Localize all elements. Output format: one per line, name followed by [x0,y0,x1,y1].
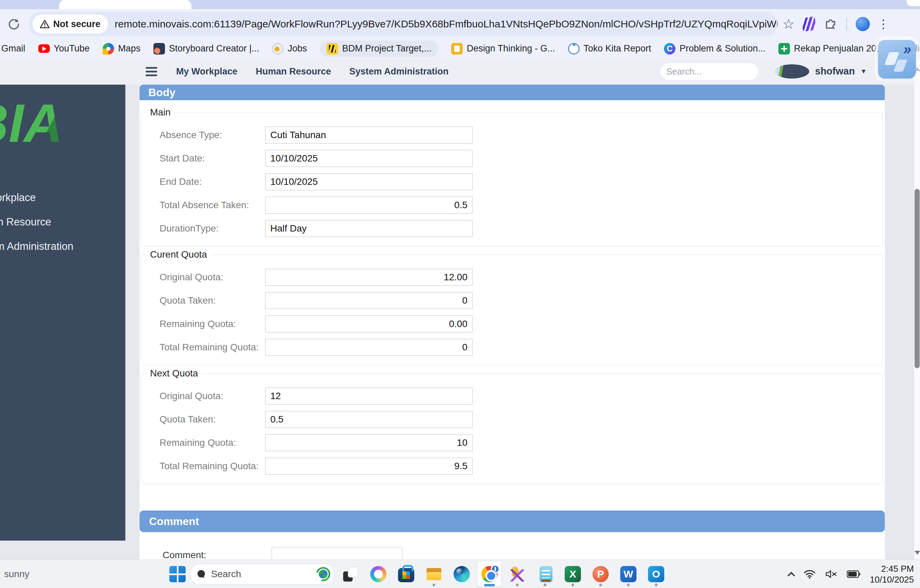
field-input-remaining-quota[interactable] [265,434,473,451]
form-field-row: Absence Type: [160,126,883,144]
clock[interactable]: 2:45 PM 10/10/2025 [870,563,914,585]
battery-icon[interactable] [847,570,860,578]
reload-icon[interactable] [6,16,22,32]
user-menu-caret-icon[interactable]: ▼ [860,68,867,75]
web-page: My WorkplaceHuman ResourceSystem Adminis… [0,58,920,560]
field-label: Absence Type: [160,130,265,141]
sidebar-item-my-workplace[interactable]: My Workplace [0,192,125,204]
powerpoint-taskbar-button[interactable]: P [589,562,612,586]
notepad-taskbar-button[interactable] [533,562,557,586]
dev-tool-taskbar-button[interactable] [505,562,529,586]
browser-profile-avatar[interactable] [856,17,870,31]
url-bar[interactable]: Not secure remote.minovais.com:61139/Pag… [28,12,778,36]
field-label: Remaining Quota: [160,318,265,330]
canva-favicon: C [664,43,675,55]
security-chip[interactable]: Not secure [32,15,108,34]
nav-item-my-workplace[interactable]: My Workplace [176,66,238,77]
user-avatar[interactable] [775,64,809,79]
field-label: Original Quota: [160,272,265,283]
field-input-durationtype[interactable] [265,220,473,237]
field-input-total-remaining-quota[interactable] [265,339,473,356]
bookmark-gmail[interactable]: M Gmail [2,40,25,57]
warning-icon [40,19,49,28]
screen: Not secure remote.minovais.com:61139/Pag… [0,0,920,588]
weather-widget[interactable]: sunny [4,569,29,580]
field-input-quota-taken[interactable] [265,292,473,309]
excel-taskbar-button[interactable]: X [561,562,585,586]
running-indicator [484,584,495,586]
bookmark-design-thinking-g[interactable]: Design Thinking - G... [451,40,555,57]
sidebar: BIA My WorkplaceHuman ResourceSystem Adm… [0,76,125,541]
field-input-total-absence-taken[interactable] [265,197,473,213]
app-search-input[interactable] [666,66,780,77]
field-input-original-quota[interactable] [265,388,473,404]
app-search[interactable] [660,63,759,81]
active-tab-sliver[interactable] [59,0,191,9]
nav-item-human-resource[interactable]: Human Resource [256,66,331,77]
comment-input[interactable] [272,547,402,560]
bookmark-toko-kita-report[interactable]: Toko Kita Report [568,40,651,57]
edge-taskbar-button[interactable] [450,562,473,586]
file-explorer-taskbar-button[interactable] [422,562,446,586]
page-scrollbar[interactable] [914,58,920,560]
bookmark-label: BDM Project Target,... [342,43,432,54]
running-indicator [627,583,630,586]
form-field-row: Quota Taken: [160,292,883,309]
field-input-total-remaining-quota[interactable] [265,458,473,475]
extension-icon[interactable] [801,16,816,31]
field-input-remaining-quota[interactable] [265,315,473,333]
copilot-taskbar-button[interactable] [366,562,390,586]
jobs-favicon [272,43,283,55]
wifi-icon[interactable] [803,569,816,579]
form-group-curent-quota: Curent Quota Original Quota: Quota Taken… [142,255,883,365]
bookmark-rekap-penjualan-20[interactable]: Rekap Penjualan 20... [778,40,884,57]
field-input-start-date[interactable] [265,150,473,167]
copilot-icon [370,566,387,582]
user-name[interactable]: shofwan [815,66,855,77]
field-label: Start Date: [160,153,265,164]
scrollbar-thumb[interactable] [915,189,920,368]
field-input-quota-taken[interactable] [265,411,473,428]
browser-menu-icon[interactable]: ⋮ [877,17,889,31]
bookmark-youtube[interactable]: YouTube [38,40,90,57]
outlook-taskbar-button[interactable]: O [644,562,668,586]
field-input-absence-type[interactable] [265,127,473,144]
field-input-original-quota[interactable] [265,269,473,286]
scroll-down-arrow-icon[interactable] [915,551,920,555]
volume-muted-icon[interactable] [825,569,837,579]
bookmark-jobs[interactable]: Jobs [272,40,307,57]
hamburger-menu-icon[interactable] [146,67,157,76]
sidebar-item-human-resource[interactable]: Human Resource [0,216,125,228]
extensions-puzzle-icon[interactable] [823,16,838,31]
clock-date: 10/10/2025 [870,574,914,585]
search-highlight-icon[interactable] [315,566,331,582]
form-field-row: Start Date: [160,150,883,167]
sidebar-item-system-administration[interactable]: System Administration [0,240,125,252]
nav-item-system-administration[interactable]: System Administration [349,66,449,77]
field-label: Total Remaining Quota: [160,342,265,353]
store-taskbar-button[interactable] [394,562,418,586]
powerpoint-icon: P [593,566,609,582]
running-indicator [572,583,574,586]
storyboard-favicon [154,43,165,55]
taskbar-search[interactable]: Search [190,564,335,585]
task-view-taskbar-button[interactable] [339,562,363,586]
word-taskbar-button[interactable]: W [617,562,640,586]
bookmark-maps[interactable]: Maps [103,40,141,57]
bookmark-storyboard-creator[interactable]: Storyboard Creator |... [154,40,259,57]
bookmark-bdm-project-target[interactable]: BDM Project Target,... [320,40,438,57]
start-button[interactable] [169,566,186,582]
tab-strip[interactable] [0,0,920,9]
field-input-end-date[interactable] [265,173,473,190]
taskbar-search-label: Search [211,569,315,580]
chrome-taskbar-button[interactable] [478,562,501,586]
bookmark-problem-solution[interactable]: C Problem & Solution... [664,40,766,57]
bookmark-label: Gmail [2,43,25,54]
tray-chevron-icon[interactable] [787,572,795,580]
taskbar-apps: X P W O [339,562,668,586]
bookmark-star-icon[interactable]: ☆ [782,16,795,32]
app-header: My WorkplaceHuman ResourceSystem Adminis… [0,58,920,85]
bookmark-label: Rekap Penjualan 20... [794,43,884,54]
capture-widget[interactable]: » [878,40,916,79]
url-text[interactable]: remote.minovais.com:61139/Page/WorkFlowR… [115,18,778,30]
